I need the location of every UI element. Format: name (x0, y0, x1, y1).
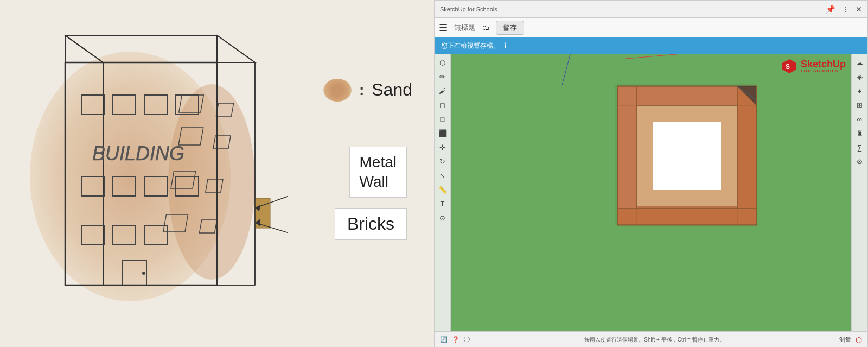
sand-swatch (323, 79, 352, 102)
save-button[interactable]: 儲存 (496, 21, 524, 35)
status-icon-2[interactable]: ❓ (452, 336, 459, 343)
svg-rect-46 (737, 86, 756, 225)
svg-rect-45 (618, 86, 637, 225)
svg-rect-47 (618, 209, 756, 225)
measure-area: 測量 ⬡ (839, 336, 862, 344)
status-icon-3[interactable]: ⓘ (464, 336, 470, 344)
left-panel: BUILDING (0, 0, 434, 347)
pin-icon[interactable]: 📌 (826, 5, 835, 14)
construction-line-v (561, 54, 570, 85)
right-tool-3[interactable]: ♦ (853, 84, 866, 97)
svg-rect-44 (618, 86, 756, 105)
hamburger-menu-icon[interactable]: ☰ (439, 22, 448, 34)
svg-rect-43 (653, 122, 721, 190)
sketchup-logo-text: SketchUp (801, 59, 846, 69)
sketchup-logo-sub: FOR SCHOOLS (801, 69, 846, 73)
svg-point-19 (142, 272, 145, 275)
menubar: ☰ 無標題 🗂 儲存 (435, 18, 867, 37)
toolbar-select[interactable]: ⬡ (436, 56, 449, 69)
measure-label: 測量 (839, 336, 851, 344)
notification-text: 您正在檢視暫存檔。 (441, 41, 500, 51)
legend-bricks-label: Bricks (347, 214, 394, 234)
right-toolbar: ☁ ◈ ♦ ⊞ ∞ ♜ ∑ ⊗ (851, 54, 867, 331)
toolbar-rotate[interactable]: ↻ (436, 155, 449, 168)
info-icon: ℹ (504, 41, 507, 50)
toolbar-push[interactable]: ⬛ (436, 127, 449, 140)
sketchup-viewport[interactable]: S SketchUp FOR SCHOOLS ⬡ ✏ 🖌 ◻ □ ⬛ ✛ ↻ ⤡… (435, 54, 867, 331)
toolbar-tape[interactable]: 📏 (436, 183, 449, 196)
right-tool-7[interactable]: ∑ (853, 141, 866, 154)
right-tool-6[interactable]: ♜ (853, 127, 866, 140)
toolbar-erase[interactable]: ◻ (436, 98, 449, 111)
legend-colon-sand: : (359, 81, 364, 99)
right-tool-2[interactable]: ◈ (853, 70, 866, 83)
right-panel: SketchUp for Schools 📌 ⋮ ✕ ☰ 無標題 🗂 儲存 您正… (434, 0, 868, 347)
right-tool-8[interactable]: ⊗ (853, 155, 866, 168)
status-hint-text: 按兩以使這行這個場景。Shift + 平移，Ctrl = 暫停止重力。 (584, 336, 724, 344)
titlebar-left: SketchUp for Schools (440, 6, 497, 12)
right-tool-1[interactable]: ☁ (853, 56, 866, 69)
more-icon[interactable]: ⋮ (841, 5, 849, 14)
app-title: SketchUp for Schools (440, 6, 497, 12)
notification-bar: 您正在檢視暫存檔。 ℹ (435, 37, 867, 54)
close-icon[interactable]: ✕ (856, 5, 862, 14)
legend-metal-wall: MetalWall (349, 147, 407, 198)
file-title: 無標題 (454, 23, 475, 33)
construction-line-h (624, 54, 732, 59)
building-sketch: BUILDING (22, 19, 288, 329)
legend-bricks: Bricks (335, 208, 407, 240)
sketchup-logo-icon: S (781, 58, 797, 74)
right-tool-5[interactable]: ∞ (853, 112, 866, 125)
right-tool-4[interactable]: ⊞ (853, 98, 866, 111)
toolbar-orbit[interactable]: ⊙ (436, 211, 449, 224)
status-icon-1[interactable]: 🔄 (440, 336, 448, 343)
folder-icon[interactable]: 🗂 (482, 23, 489, 32)
toolbar-pencil[interactable]: ✏ (436, 70, 449, 83)
svg-point-1 (168, 84, 255, 280)
legend-sand: : Sand (323, 79, 412, 102)
3d-model (599, 70, 773, 244)
svg-text:S: S (786, 63, 790, 71)
status-icons: 🔄 ❓ ⓘ (440, 336, 470, 344)
titlebar-controls: 📌 ⋮ ✕ (826, 5, 862, 14)
legend-sand-label: Sand (372, 80, 412, 100)
toolbar-move[interactable]: ✛ (436, 141, 449, 154)
sketch-area: BUILDING (11, 8, 423, 339)
legend-metal-wall-label: MetalWall (360, 154, 397, 190)
toolbar-paint[interactable]: 🖌 (436, 84, 449, 97)
sketchup-logo: S SketchUp FOR SCHOOLS (781, 58, 846, 74)
toolbar-text[interactable]: T (436, 197, 449, 210)
sketchup-icon-small: ⬡ (856, 336, 862, 344)
toolbar-scale[interactable]: ⤡ (436, 169, 449, 182)
left-toolbar: ⬡ ✏ 🖌 ◻ □ ⬛ ✛ ↻ ⤡ 📏 T ⊙ (435, 54, 451, 331)
status-bar: 🔄 ❓ ⓘ 按兩以使這行這個場景。Shift + 平移，Ctrl = 暫停止重力… (435, 331, 867, 347)
toolbar-shape[interactable]: □ (436, 112, 449, 125)
svg-text:BUILDING: BUILDING (92, 142, 184, 165)
titlebar: SketchUp for Schools 📌 ⋮ ✕ (435, 1, 867, 18)
